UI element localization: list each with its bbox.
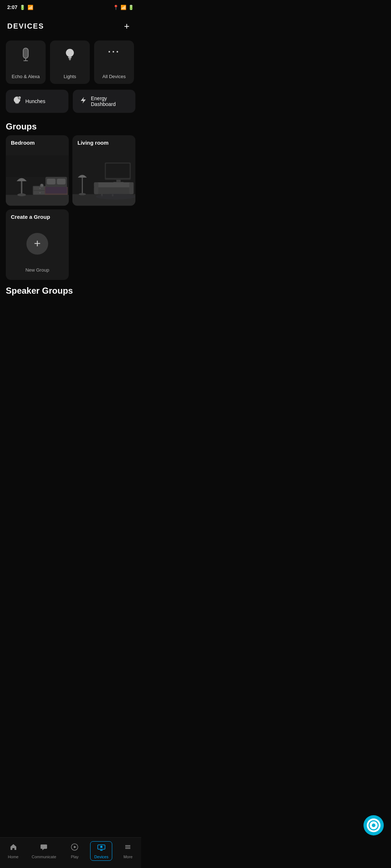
svg-rect-34: [129, 182, 134, 194]
new-group-label: New Group: [11, 267, 64, 276]
hunches-button[interactable]: Hunches: [6, 90, 68, 113]
svg-rect-24: [45, 187, 67, 193]
battery-icon: 🔋: [128, 5, 134, 10]
speaker-groups-section: Speaker Groups: [0, 280, 141, 297]
svg-rect-29: [116, 180, 121, 182]
svg-point-15: [39, 188, 41, 189]
device-card-echo[interactable]: Echo & Alexa: [6, 41, 46, 84]
svg-rect-28: [106, 163, 130, 178]
svg-rect-7: [16, 103, 18, 104]
device-grid: Echo & Alexa Lights ··· All Devices: [0, 38, 141, 87]
svg-rect-25: [6, 155, 69, 177]
plus-wrapper: +: [11, 220, 64, 267]
living-room-image: [72, 135, 135, 206]
groups-grid: Bedroom: [0, 135, 141, 280]
device-card-lights[interactable]: Lights: [50, 41, 90, 84]
add-device-button[interactable]: +: [119, 19, 134, 33]
device-card-all[interactable]: ··· All Devices: [94, 41, 134, 84]
all-devices-label: All Devices: [102, 74, 126, 80]
feature-row: Hunches Energy Dashboard: [0, 87, 141, 116]
echo-icon: [18, 46, 34, 65]
living-room-label: Living room: [77, 140, 109, 146]
group-card-living-room[interactable]: Living room: [72, 135, 135, 206]
svg-rect-35: [82, 178, 83, 194]
location-icon: 📍: [113, 5, 119, 10]
lights-label: Lights: [64, 74, 76, 80]
svg-point-39: [96, 194, 135, 200]
svg-rect-32: [94, 182, 134, 187]
lights-icon: [62, 46, 78, 65]
hunches-icon: [12, 95, 22, 107]
svg-rect-10: [21, 181, 22, 195]
energy-icon: [79, 96, 87, 106]
hunches-label: Hunches: [25, 98, 45, 104]
status-bar: 2:07 🔋 📶 📍 📶 🔋: [0, 0, 141, 13]
page-title: DEVICES: [7, 22, 44, 30]
all-devices-icon: ···: [108, 46, 120, 58]
groups-section-title: Groups: [0, 116, 141, 135]
svg-rect-9: [6, 195, 69, 206]
svg-rect-6: [69, 60, 71, 60]
energy-dashboard-button[interactable]: Energy Dashboard: [73, 90, 135, 113]
create-group-card[interactable]: Create a Group + New Group: [6, 209, 69, 280]
svg-point-11: [17, 193, 26, 196]
speaker-groups-title: Speaker Groups: [6, 286, 73, 295]
svg-rect-22: [47, 179, 55, 184]
svg-rect-23: [57, 179, 66, 184]
new-group-plus-icon[interactable]: +: [26, 233, 48, 255]
energy-dashboard-label: Energy Dashboard: [91, 95, 129, 107]
svg-point-16: [39, 192, 41, 193]
status-right: 📍 📶 🔋: [113, 5, 134, 10]
svg-rect-33: [94, 182, 98, 194]
page-header: DEVICES +: [0, 13, 141, 38]
svg-rect-5: [69, 59, 71, 60]
bedroom-image: [6, 135, 69, 206]
sim-icon: 📶: [28, 5, 33, 10]
svg-point-4: [66, 49, 74, 57]
create-group-label: Create a Group: [11, 214, 64, 220]
svg-point-36: [79, 193, 86, 195]
svg-rect-1: [24, 48, 28, 58]
wifi-icon: 📶: [121, 5, 126, 10]
status-time: 2:07: [7, 4, 17, 10]
group-card-bedroom[interactable]: Bedroom: [6, 135, 69, 206]
echo-label: Echo & Alexa: [12, 74, 39, 80]
plus-symbol: +: [34, 237, 41, 250]
status-left: 2:07 🔋 📶: [7, 4, 33, 10]
battery-low-icon: 🔋: [20, 5, 25, 10]
bedroom-label: Bedroom: [11, 140, 35, 146]
